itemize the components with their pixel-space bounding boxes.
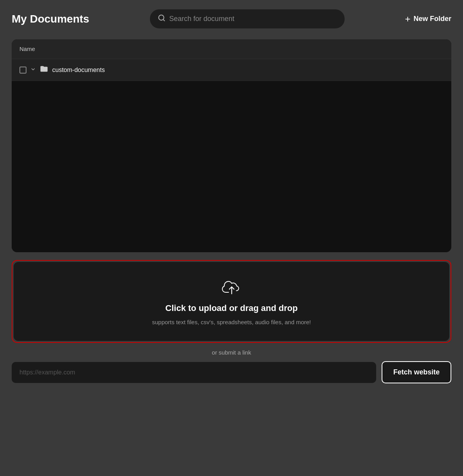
fetch-website-button[interactable]: Fetch website <box>382 361 451 383</box>
file-table: Name custom-documents <box>12 39 451 252</box>
table-body: custom-documents <box>12 59 451 252</box>
new-folder-button[interactable]: + New Folder <box>405 14 451 24</box>
new-folder-plus-icon: + <box>405 14 410 24</box>
url-input[interactable] <box>12 362 376 383</box>
page-title: My Documents <box>12 13 89 25</box>
upload-area[interactable]: Click to upload or drag and drop support… <box>14 262 449 341</box>
link-row: Fetch website <box>12 361 451 383</box>
search-input[interactable] <box>169 15 337 23</box>
search-icon <box>158 14 165 24</box>
upload-subtitle: supports text files, csv's, spreadsheets… <box>152 319 311 325</box>
folder-checkbox[interactable] <box>19 67 26 74</box>
chevron-down-icon[interactable] <box>30 67 36 73</box>
link-section: or submit a link Fetch website <box>12 349 451 383</box>
table-header: Name <box>12 39 451 59</box>
table-column-name: Name <box>19 46 35 52</box>
table-row[interactable]: custom-documents <box>12 59 451 81</box>
empty-table-area <box>12 81 451 252</box>
or-submit-label: or submit a link <box>212 349 251 356</box>
header: My Documents + New Folder <box>12 9 451 28</box>
upload-title: Click to upload or drag and drop <box>165 303 298 313</box>
search-bar <box>150 9 345 28</box>
upload-cloud-icon <box>222 278 242 298</box>
upload-area-wrapper: Click to upload or drag and drop support… <box>12 260 451 343</box>
folder-icon <box>40 65 48 75</box>
new-folder-label: New Folder <box>414 15 451 23</box>
svg-line-1 <box>163 19 164 21</box>
folder-name: custom-documents <box>52 67 105 74</box>
